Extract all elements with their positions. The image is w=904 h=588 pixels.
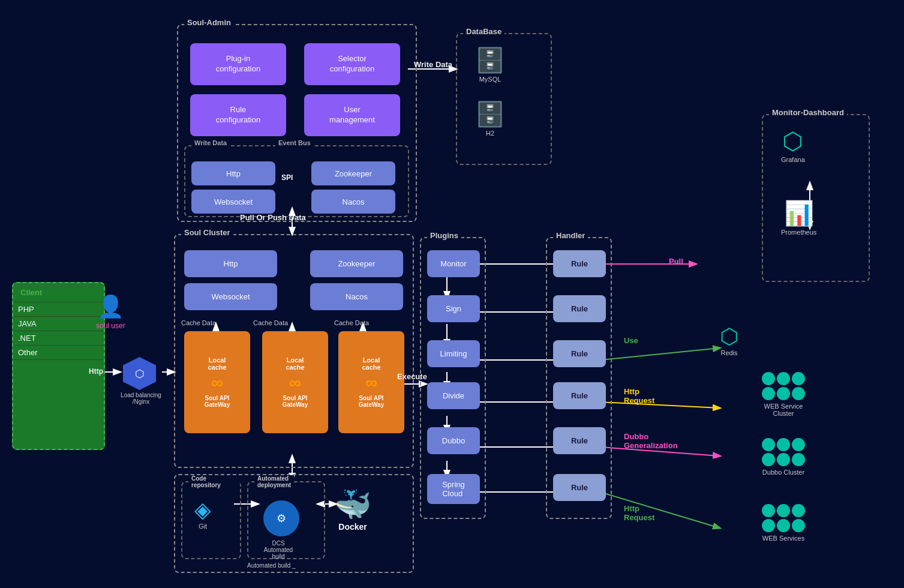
rule-config-btn[interactable]: Ruleconfiguration [190, 94, 286, 136]
monitor-dashboard-label: Monitor-Dashboard [769, 108, 847, 117]
spi-label: SPI [281, 173, 293, 182]
web-services-container: WEB Services [762, 504, 805, 542]
dcs-label: DCSAutomatedbuild [263, 540, 293, 560]
database-box: DataBase 🗄️ MySQL 🗄️ H2 [456, 33, 552, 165]
plugins-box: Plugins Monitor Sign Limiting Divide Dub… [420, 237, 486, 519]
cluster-dot-5 [777, 387, 790, 400]
person-icon: 👤 [97, 294, 124, 319]
plugin-config-btn[interactable]: Plug-inconfiguration [190, 43, 286, 85]
http-cluster-btn[interactable]: Http [184, 250, 277, 277]
mysql-label: MySQL [475, 76, 505, 83]
client-box: Client PHP JAVA .NET Other [12, 282, 105, 450]
http-client-label: Http [89, 367, 103, 376]
git-icon: ◈ [194, 497, 211, 523]
write-data-arrow-label: Write Data [414, 60, 452, 69]
monitor-plugin[interactable]: Monitor [427, 250, 480, 277]
docker-label: Docker [334, 522, 371, 532]
mysql-icon: 🗄️ [475, 46, 505, 74]
web-cluster-container: WEB ServiceCluster [762, 372, 805, 417]
code-repo-label: Code repository [188, 475, 240, 488]
rule-6[interactable]: Rule [553, 474, 606, 501]
local-cache-label-2: Localcache [286, 356, 304, 371]
grafana-container: ⬡ Grafana [781, 127, 805, 163]
h2-container: 🗄️ H2 [475, 100, 505, 137]
svg-line-17 [600, 348, 720, 360]
net-item: .NET [13, 331, 104, 346]
handler-label: Handler [553, 231, 588, 240]
websocket-cluster-btn[interactable]: Websocket [184, 283, 277, 310]
cache-data-label-2: Cache Data [253, 319, 288, 326]
web-cluster-label: WEB ServiceCluster [762, 403, 805, 417]
auto-deploy-box: Automateddeployment ⚙ DCSAutomatedbuild [247, 481, 325, 559]
dcs-container: ⚙ DCSAutomatedbuild [257, 500, 293, 560]
dubbo-plugin[interactable]: Dubbo [427, 427, 480, 454]
redis-icon: ⬡ [720, 324, 738, 349]
divide-plugin[interactable]: Divide [427, 382, 480, 409]
nacos-cluster-btn[interactable]: Nacos [310, 283, 403, 310]
rule-3[interactable]: Rule [553, 340, 606, 367]
soul-cluster-label: Soul Cluster [181, 228, 233, 237]
limiting-plugin[interactable]: Limiting [427, 340, 480, 367]
cluster-dot-4 [762, 387, 775, 400]
pull-push-label: Pull Or Push Data [240, 213, 306, 222]
soul-admin-label: Soul-Admin [184, 18, 234, 27]
dcs-symbol: ⚙ [277, 512, 286, 525]
user-mgmt-btn[interactable]: Usermanagement [304, 94, 400, 136]
auto-build-label: Automated build _ [247, 562, 296, 569]
use-label: Use [624, 336, 638, 345]
write-data-label: Write Data [191, 139, 230, 146]
nacos-sync-btn[interactable]: Nacos [311, 190, 395, 214]
local-cache-label-1: Localcache [208, 356, 226, 371]
rule-4[interactable]: Rule [553, 382, 606, 409]
cache-data-label-1: Cache Data [181, 319, 216, 326]
code-repo-box: Code repository ◈ Git [181, 481, 241, 559]
grafana-icon: ⬡ [781, 127, 805, 155]
rule-2[interactable]: Rule [553, 295, 606, 322]
dubbo-cluster-container: Dubbo Cluster [762, 438, 805, 476]
zookeeper-sync-btn[interactable]: Zookeeper [311, 161, 395, 185]
event-bus-label: Event Bus [275, 139, 314, 146]
redis-label: Redis [720, 349, 738, 356]
soul-gateway-3-label: Soul APIGateWay [359, 395, 384, 408]
grafana-label: Grafana [781, 156, 805, 163]
prometheus-icon: 📊 [781, 199, 816, 227]
gateway-1-box: Localcache ∞ Soul APIGateWay [184, 331, 250, 433]
zookeeper-cluster-btn[interactable]: Zookeeper [310, 250, 403, 277]
data-sync-box: Write Data Event Bus Http Websocket Zook… [184, 145, 409, 217]
prometheus-label: Prometheus [781, 229, 816, 236]
gateway-2-box: Localcache ∞ Soul APIGateWay [262, 331, 328, 433]
h2-label: H2 [475, 130, 505, 137]
cluster-dot-3 [792, 372, 805, 385]
h2-icon: 🗄️ [475, 100, 505, 128]
rule-1[interactable]: Rule [553, 250, 606, 277]
java-item: JAVA [13, 317, 104, 331]
dubbo-cluster-label: Dubbo Cluster [762, 469, 805, 476]
gateway-3-box: Localcache ∞ Soul APIGateWay [338, 331, 404, 433]
rule-5[interactable]: Rule [553, 427, 606, 454]
pull-label: Pull [669, 257, 683, 266]
handler-box: Handler Rule Rule Rule Rule Rule Rule [546, 237, 612, 519]
load-balancing-label: Load balancing/Nginx [117, 392, 165, 405]
monitor-dashboard-box: Monitor-Dashboard ⬡ Grafana 📊 Prometheus [762, 114, 870, 282]
soul-gateway-2-label: Soul APIGateWay [283, 395, 308, 408]
web-services-label: WEB Services [762, 535, 805, 542]
prometheus-container: 📊 Prometheus [781, 199, 816, 236]
svg-line-18 [600, 402, 720, 408]
gateway-3-icon: ∞ [365, 373, 377, 392]
auto-deploy-label: Automateddeployment [254, 475, 294, 488]
http-sync-btn[interactable]: Http [191, 161, 275, 185]
cluster-dot-2 [777, 372, 790, 385]
selector-config-btn[interactable]: Selectorconfiguration [304, 43, 400, 85]
http-request-label-2: HttpRequest [624, 504, 654, 522]
cache-data-label-3: Cache Data [334, 319, 369, 326]
soul-gateway-1-label: Soul APIGateWay [205, 395, 230, 408]
local-cache-label-3: Localcache [362, 356, 380, 371]
spring-cloud-plugin[interactable]: SpringCloud [427, 474, 480, 504]
php-item: PHP [13, 302, 104, 317]
websocket-sync-btn[interactable]: Websocket [191, 190, 275, 214]
other-item: Other [13, 346, 104, 360]
soul-user-label: soul user [96, 322, 125, 330]
sign-plugin[interactable]: Sign [427, 295, 480, 322]
cluster-dot-1 [762, 372, 775, 385]
plugins-label: Plugins [427, 231, 461, 240]
